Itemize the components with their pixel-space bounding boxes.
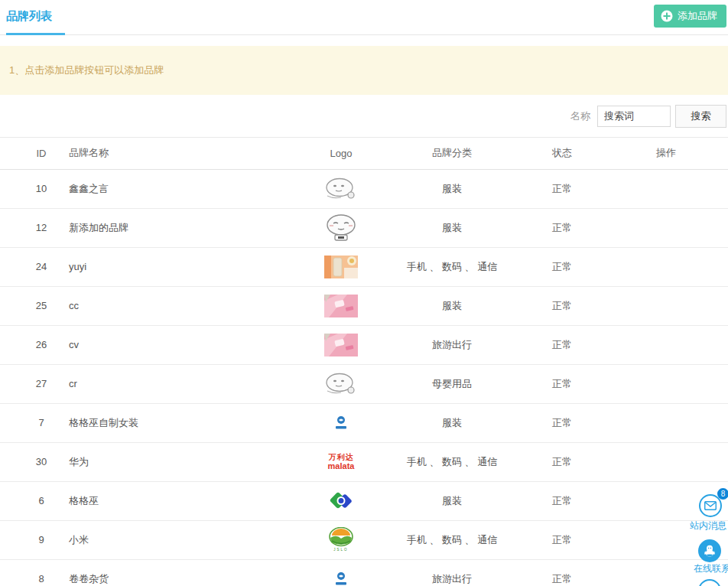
cell-name: 格格巫自制女装 [61, 403, 298, 442]
table-row: 10 鑫鑫之言 服装 正常 [0, 169, 728, 208]
header-logo: Logo [298, 138, 384, 169]
cell-logo-wrap [298, 403, 384, 442]
table-header-row: ID 品牌名称 Logo 品牌分类 状态 操作 [0, 138, 728, 169]
cell-category: 旅游出行 [384, 559, 520, 586]
green-diamond-logo [326, 490, 356, 513]
cell-name: 新添加的品牌 [61, 208, 298, 247]
cell-status: 正常 [520, 403, 604, 442]
cell-name: yuyi [61, 247, 298, 286]
cell-id: 8 [0, 559, 61, 586]
tab-brand-list[interactable]: 品牌列表 [6, 9, 52, 24]
sun-landscape-logo: JSLO [326, 527, 356, 552]
table-row: 7 格格巫自制女装 服装 正常 [0, 403, 728, 442]
cell-status: 正常 [520, 208, 604, 247]
cell-id: 27 [0, 364, 61, 403]
cell-category: 手机 、 数码 、 通信 [384, 520, 520, 559]
pink-photo-logo [324, 334, 358, 356]
cell-logo-wrap [298, 169, 384, 208]
table-row: 8 卷卷杂货 旅游出行 正常 [0, 559, 728, 586]
cell-category: 服装 [384, 208, 520, 247]
table-row: 26 cv 旅游出行 正常 [0, 325, 728, 364]
tab-active-underline [6, 33, 65, 35]
cell-category: 服装 [384, 481, 520, 520]
cell-logo-wrap [298, 364, 384, 403]
meme-face-round-logo [323, 213, 359, 242]
cell-id: 10 [0, 169, 61, 208]
qq-penguin-icon[interactable] [698, 539, 721, 562]
cell-id: 25 [0, 286, 61, 325]
cell-logo-wrap [298, 286, 384, 325]
table-row: 6 格格巫 服装 正常 [0, 481, 728, 520]
cell-status: 正常 [520, 520, 604, 559]
orange-photo-logo [324, 256, 358, 278]
cell-status: 正常 [520, 442, 604, 481]
cell-category: 手机 、 数码 、 通信 [384, 247, 520, 286]
header-status: 状态 [520, 138, 604, 169]
cell-status: 正常 [520, 559, 604, 586]
cell-name: 格格巫 [61, 481, 298, 520]
cell-name: 卷卷杂货 [61, 559, 298, 586]
small-blue-emblem-logo [334, 571, 348, 586]
partial-circle-icon [698, 579, 721, 586]
search-input[interactable] [597, 106, 671, 127]
online-contact-widget[interactable] [698, 539, 721, 562]
brand-table: ID 品牌名称 Logo 品牌分类 状态 操作 10 鑫鑫之言 服装 正常 12… [0, 138, 728, 586]
site-messages-label[interactable]: 站内消息 [690, 519, 726, 532]
cell-action [604, 169, 728, 208]
online-contact-label[interactable]: 在线联系 [694, 562, 728, 575]
header-category: 品牌分类 [384, 138, 520, 169]
message-count-badge: 8 [717, 488, 728, 500]
envelope-icon[interactable]: 8 [699, 494, 722, 517]
cell-action [604, 286, 728, 325]
cell-id: 24 [0, 247, 61, 286]
cell-name: cc [61, 286, 298, 325]
cell-id: 12 [0, 208, 61, 247]
notice-bar: 1、点击添加品牌按钮可以添加品牌 [0, 46, 728, 95]
cell-status: 正常 [520, 364, 604, 403]
svg-text:JSLO: JSLO [333, 548, 348, 552]
add-brand-button-label: 添加品牌 [678, 9, 717, 23]
cell-name: 小米 [61, 520, 298, 559]
pink-photo-logo [324, 295, 358, 317]
cell-status: 正常 [520, 247, 604, 286]
cell-id: 7 [0, 403, 61, 442]
table-row: 12 新添加的品牌 服装 正常 [0, 208, 728, 247]
cell-action [604, 325, 728, 364]
cell-action [604, 364, 728, 403]
header-brand-name: 品牌名称 [61, 138, 298, 169]
search-field-label: 名称 [570, 109, 590, 123]
cell-category: 服装 [384, 403, 520, 442]
cell-status: 正常 [520, 169, 604, 208]
notice-text: 1、点击添加品牌按钮可以添加品牌 [9, 64, 164, 76]
cell-logo-wrap: JSLO [298, 520, 384, 559]
cell-logo-wrap [298, 247, 384, 286]
table-row: 27 cr 母婴用品 正常 [0, 364, 728, 403]
cell-status: 正常 [520, 325, 604, 364]
cell-name: 华为 [61, 442, 298, 481]
topbar: 品牌列表 添加品牌 [0, 0, 728, 35]
search-button[interactable]: 搜索 [675, 105, 726, 128]
cell-name: cr [61, 364, 298, 403]
cell-status: 正常 [520, 286, 604, 325]
cell-logo-wrap [298, 325, 384, 364]
cell-action [604, 247, 728, 286]
cell-id: 26 [0, 325, 61, 364]
malata-text-logo: 万利达malata [328, 454, 355, 470]
plus-circle-icon [661, 10, 673, 22]
cell-logo-wrap [298, 208, 384, 247]
add-brand-button[interactable]: 添加品牌 [654, 5, 726, 28]
small-blue-emblem-logo [334, 415, 348, 431]
cell-logo-wrap [298, 559, 384, 586]
search-bar: 名称 搜索 [0, 95, 728, 138]
cell-category: 手机 、 数码 、 通信 [384, 442, 520, 481]
cell-action [604, 208, 728, 247]
cell-status: 正常 [520, 481, 604, 520]
meme-face-logo [324, 177, 358, 200]
site-messages-widget[interactable]: 8 [699, 494, 722, 517]
cell-id: 30 [0, 442, 61, 481]
cell-logo-wrap [298, 481, 384, 520]
table-row: 24 yuyi 手机 、 数码 、 通信 正常 [0, 247, 728, 286]
cell-category: 旅游出行 [384, 325, 520, 364]
brand-table-body: 10 鑫鑫之言 服装 正常 12 新添加的品牌 服装 正常 24 [0, 169, 728, 586]
back-to-top-widget[interactable] [698, 579, 721, 586]
